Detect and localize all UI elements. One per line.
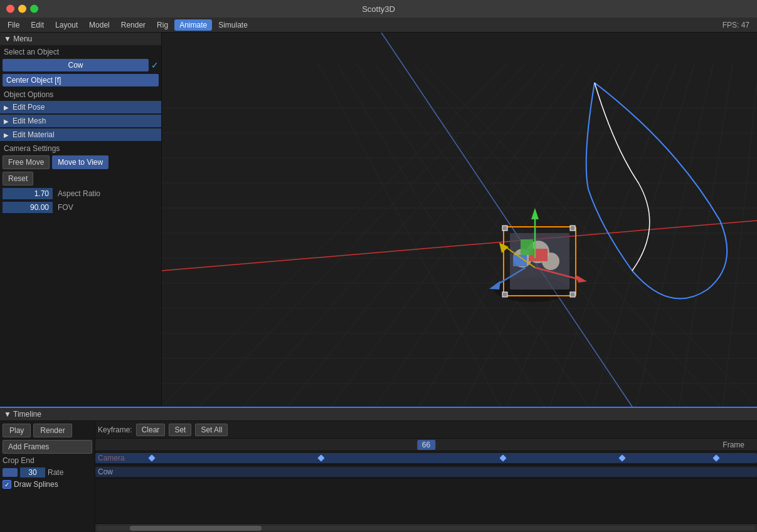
sidebar: ▼ Menu Select an Object Cow ✓ Center Obj… — [0, 33, 162, 407]
fps-display: FPS: 47 — [723, 21, 754, 29]
menu-model[interactable]: Model — [84, 19, 115, 31]
menu-section-header: ▼ Menu — [0, 33, 161, 45]
svg-line-27 — [425, 64, 757, 407]
svg-line-26 — [723, 83, 757, 407]
expand-icon: ▶ — [4, 118, 9, 125]
move-to-view-button[interactable]: Move to View — [52, 155, 109, 169]
svg-marker-54 — [489, 281, 500, 289]
free-move-button[interactable]: Free Move — [3, 155, 50, 169]
draw-splines-checkbox[interactable]: ✓ — [3, 480, 11, 489]
menu-edit[interactable]: Edit — [26, 19, 49, 31]
keyframe-label: Keyframe: — [98, 425, 132, 434]
svg-rect-47 — [521, 239, 533, 255]
timeline: ▼ Timeline Play Render Add Frames Crop E… — [0, 407, 757, 532]
svg-point-43 — [513, 249, 532, 268]
edit-material-row[interactable]: ▶ Edit Material — [0, 128, 161, 141]
svg-line-35 — [381, 33, 632, 407]
aspect-ratio-input[interactable] — [3, 188, 53, 199]
set-button[interactable]: Set — [169, 424, 191, 436]
menu-layout[interactable]: Layout — [50, 19, 83, 31]
render-button[interactable]: Render — [33, 424, 71, 437]
svg-line-18 — [375, 64, 601, 407]
fov-label: FOV — [58, 203, 73, 212]
camera-track: Camera — [95, 451, 757, 465]
timeline-tracks: Camera Cow — [95, 451, 757, 523]
clear-button[interactable]: Clear — [136, 424, 166, 436]
minimize-button[interactable] — [18, 5, 26, 13]
expand-icon: ▶ — [4, 132, 9, 138]
svg-line-15 — [243, 64, 544, 407]
menu-animate[interactable]: Animate — [174, 19, 212, 31]
center-object-button[interactable]: Center Object [f] — [3, 74, 159, 86]
timeline-scrollbar[interactable] — [95, 523, 757, 532]
play-button[interactable]: Play — [3, 424, 31, 437]
fov-input[interactable] — [3, 202, 53, 213]
timeline-header: ▼ Timeline — [0, 408, 757, 421]
reset-button[interactable]: Reset — [3, 172, 33, 185]
edit-material-label: Edit Material — [13, 130, 55, 139]
maximize-button[interactable] — [30, 5, 38, 13]
svg-line-34 — [162, 221, 757, 271]
window-controls[interactable] — [6, 5, 38, 13]
svg-rect-0 — [162, 33, 757, 407]
object-select-row: Cow ✓ — [0, 58, 161, 73]
svg-line-23 — [593, 64, 694, 407]
menu-simulate[interactable]: Simulate — [213, 19, 253, 31]
object-selector[interactable]: Cow — [3, 59, 149, 71]
frame-label: Frame — [723, 441, 744, 449]
crop-end-row: Crop End — [3, 456, 92, 465]
svg-line-21 — [506, 64, 657, 407]
timeline-ruler[interactable]: 66 Frame — [95, 439, 757, 451]
fov-row: FOV — [0, 201, 161, 214]
scrollbar-thumb[interactable] — [130, 526, 262, 531]
timeline-right-panel: Keyframe: Clear Set Set All 66 Frame Cam… — [95, 421, 757, 532]
crop-slider[interactable] — [3, 468, 18, 477]
svg-line-55 — [504, 246, 535, 268]
app-title: Scotty3D — [362, 4, 395, 14]
svg-marker-52 — [575, 274, 587, 283]
menu-file[interactable]: File — [3, 19, 24, 31]
crop-end-label: Crop End — [3, 456, 34, 465]
svg-rect-37 — [504, 227, 576, 296]
svg-line-19 — [419, 64, 620, 407]
svg-line-33 — [319, 64, 500, 407]
svg-line-51 — [535, 268, 582, 280]
svg-rect-39 — [502, 226, 507, 231]
svg-rect-40 — [570, 226, 575, 231]
svg-marker-50 — [531, 208, 539, 219]
svg-line-30 — [375, 64, 632, 407]
edit-mesh-row[interactable]: ▶ Edit Mesh — [0, 115, 161, 127]
object-options-label: Object Options — [0, 88, 161, 100]
menu-render[interactable]: Render — [116, 19, 151, 31]
svg-rect-46 — [529, 249, 548, 261]
draw-splines-row: ✓ Draw Splines — [3, 480, 92, 489]
svg-line-53 — [494, 268, 526, 286]
svg-rect-41 — [502, 292, 507, 297]
set-all-button[interactable]: Set All — [195, 424, 228, 436]
camera-btn-row: Free Move Move to View — [0, 154, 161, 170]
menubar: File Edit Layout Model Render Rig Animat… — [0, 18, 757, 33]
svg-line-29 — [394, 64, 676, 407]
add-frames-button[interactable]: Add Frames — [3, 440, 92, 454]
scrollbar-track — [97, 526, 756, 531]
menu-rig[interactable]: Rig — [152, 19, 173, 31]
crop-controls-row: Rate — [3, 467, 92, 477]
svg-line-14 — [199, 64, 526, 407]
timeline-controls: Play Render Add Frames Crop End Rate ✓ D… — [0, 421, 757, 532]
edit-pose-row[interactable]: ▶ Edit Pose — [0, 101, 161, 113]
viewport[interactable] — [162, 33, 757, 407]
titlebar: Scotty3D — [0, 0, 757, 18]
camera-settings-label: Camera Settings — [0, 142, 161, 154]
close-button[interactable] — [6, 5, 14, 13]
aspect-ratio-label: Aspect Ratio — [58, 189, 100, 198]
svg-line-32 — [337, 64, 544, 407]
expand-icon: ▶ — [4, 104, 9, 111]
crop-value-input[interactable] — [20, 467, 45, 477]
cow-track: Cow — [95, 465, 757, 479]
svg-line-28 — [413, 64, 720, 407]
svg-rect-42 — [570, 292, 575, 297]
frame-indicator: 66 — [417, 440, 435, 450]
play-render-row: Play Render — [3, 424, 92, 437]
check-icon: ✓ — [151, 60, 159, 70]
svg-rect-38 — [510, 233, 569, 289]
